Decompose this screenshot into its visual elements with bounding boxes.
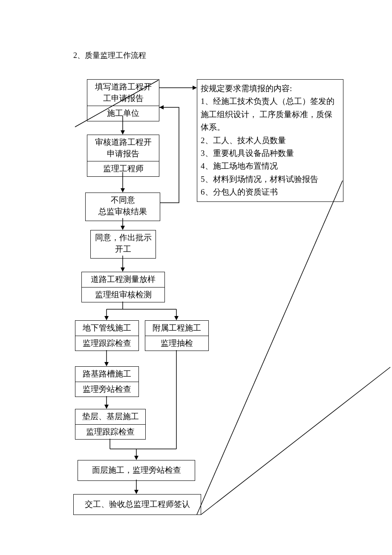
box-base-bot: 监理跟踪检查 <box>75 425 145 440</box>
box-base-top: 垫层、基层施工 <box>75 409 145 425</box>
section-title: 2、质量监理工作流程 <box>73 50 146 60</box>
box-survey-layout: 道路工程测量放样 监理组审核检测 <box>81 272 165 302</box>
requirements-note: 按规定要求需填报的内容: 1、经施工技术负责人（总工）签发的施工组织设计， 工序… <box>197 79 343 202</box>
box-subgrade: 路基路槽施工 监理旁站检查 <box>75 366 139 397</box>
svg-marker-21 <box>104 362 109 366</box>
box-fill-application: 填写道路工程开 工申请报告 施工单位 <box>87 79 159 121</box>
box-survey-top: 道路工程测量放样 <box>82 272 164 288</box>
box-handover-label: 交工、验收总监理工程师签认 <box>85 499 190 510</box>
box-review-application-top: 审核道路工程开 申请报告 <box>87 135 159 161</box>
box-review-application: 审核道路工程开 申请报告 监理工程师 <box>87 135 159 177</box>
note-item-1: 1、经施工技术负责人（总工）签发的施工组织设计， 工序质量标准，质保体系。 <box>201 95 340 134</box>
box-subgrade-top: 路基路槽施工 <box>75 367 138 382</box>
box-surface-label: 面层施工，监理旁站检查 <box>92 465 181 476</box>
box-director-review: 不同意 总监审核结果 <box>85 193 160 221</box>
svg-marker-4 <box>121 130 125 135</box>
svg-marker-13 <box>121 267 125 272</box>
note-item-2: 2、工人、技术人员数量 <box>201 134 340 147</box>
svg-marker-17 <box>104 316 109 320</box>
box-approve-label: 同意，作出批示 <box>95 232 152 244</box>
box-fill-application-bot: 施工单位 <box>87 106 159 121</box>
box-survey-bot: 监理组审核检测 <box>82 288 164 302</box>
note-item-6: 6、分包人的资质证书 <box>201 186 340 198</box>
svg-marker-19 <box>174 316 179 320</box>
box-surface-layer: 面层施工，监理旁站检查 <box>78 460 195 481</box>
box-handover-acceptance: 交工、验收总监理工程师签认 <box>73 494 201 515</box>
box-approve-start: 同意，作出批示 开工 <box>90 230 156 259</box>
svg-marker-27 <box>134 456 138 460</box>
box-auxiliary-top: 附属工程施工 <box>145 321 208 336</box>
box-auxiliary-bot: 监理抽检 <box>145 336 208 351</box>
box-director-result: 总监审核结果 <box>98 206 147 218</box>
box-auxiliary-works: 附属工程施工 监理抽检 <box>145 320 209 351</box>
svg-marker-23 <box>104 405 109 409</box>
box-start-label: 开工 <box>115 244 131 255</box>
box-subgrade-bot: 监理旁站检查 <box>75 382 138 397</box>
svg-line-2 <box>201 367 390 515</box>
svg-marker-9 <box>159 105 164 109</box>
box-underground-pipeline: 地下管线施工 监理跟踪检查 <box>75 320 139 351</box>
note-heading: 按规定要求需填报的内容: <box>201 82 340 95</box>
svg-line-1 <box>197 181 343 515</box>
box-base-layer: 垫层、基层施工 监理跟踪检查 <box>75 409 146 440</box>
box-director-disagree: 不同意 <box>111 195 135 206</box>
svg-marker-11 <box>121 226 125 230</box>
box-underground-top: 地下管线施工 <box>75 321 138 336</box>
svg-marker-31 <box>134 490 138 494</box>
svg-marker-8 <box>121 188 125 193</box>
box-underground-bot: 监理跟踪检查 <box>75 336 138 351</box>
note-item-4: 4、施工场地布置情况 <box>201 160 340 173</box>
note-item-5: 5、材料到场情况，材料试验报告 <box>201 173 340 186</box>
box-review-application-bot: 监理工程师 <box>87 161 159 176</box>
note-item-3: 3、重要机具设备品种数量 <box>201 147 340 160</box>
box-fill-application-top: 填写道路工程开 工申请报告 <box>87 80 159 106</box>
svg-marker-6 <box>193 86 197 90</box>
